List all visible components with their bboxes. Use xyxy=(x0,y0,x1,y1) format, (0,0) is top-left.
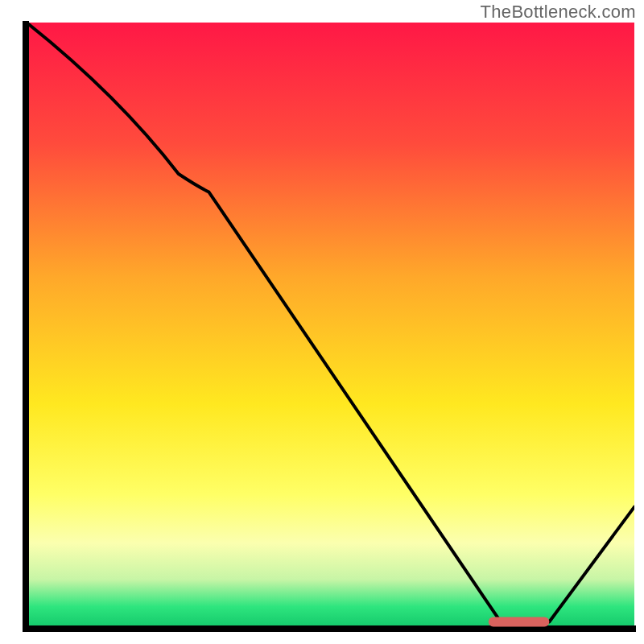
bottleneck-chart xyxy=(0,0,644,644)
chart-frame: TheBottleneck.com xyxy=(0,0,644,644)
optimal-marker xyxy=(489,617,550,626)
gradient-background xyxy=(27,23,634,628)
